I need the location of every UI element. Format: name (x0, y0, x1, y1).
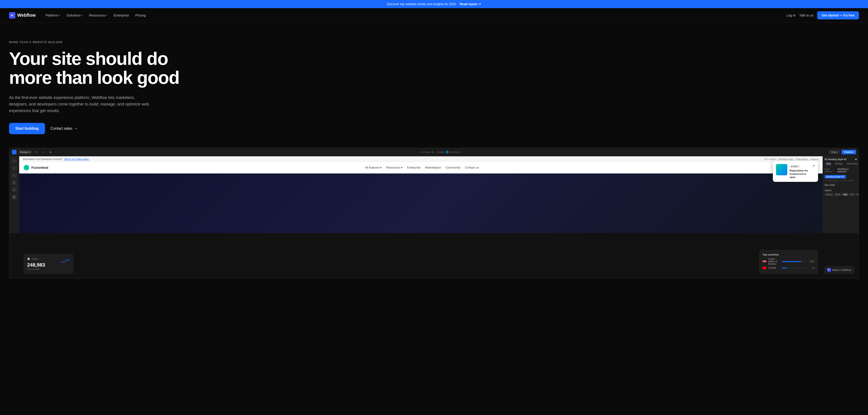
countries-card: Top countries United States of America 3… (759, 250, 818, 274)
flex-child-label: Flex Child (825, 184, 835, 186)
inner-nav-marketplace[interactable]: Marketplace (425, 166, 441, 169)
wf-toolbar-logo (12, 150, 17, 154)
country-bar-fill-ca (782, 267, 786, 268)
browser-sidebar: + □ ≡ ⊞ ◎ 🖼 (9, 156, 19, 233)
hero-content: Your site should do more than look good … (9, 49, 859, 134)
nav-talk[interactable]: Talk to us (799, 13, 813, 17)
sidebar-icon-add[interactable]: + (11, 158, 17, 164)
browser-inner: + □ ≡ ⊞ ◎ 🖼 Interested in an Enterprise … (9, 156, 859, 233)
country-bar-track-us (782, 261, 806, 262)
flex-child-expand-icon[interactable]: › (856, 184, 857, 186)
wf-pages-btn[interactable]: ⊞ (34, 149, 39, 155)
globe-icon: ⊕ (421, 151, 423, 154)
browser-mockup: Design ▾ ⊞ ≡ ▶ ⊕ Home ⚙ English 🌐 Deskto… (9, 148, 859, 279)
flex-btn[interactable]: Flex (842, 193, 848, 196)
inner-announcement-link[interactable]: Talk to our Sales team. (64, 158, 89, 160)
design-mode-dropdown[interactable]: Design ▾ (18, 150, 32, 154)
countries-title: Top countries (763, 253, 815, 256)
wf-toolbar-center: ⊕ Home ⚙ English 🌐 Desktop ▾ (421, 151, 461, 154)
wf-publish-button[interactable]: Publish (842, 150, 856, 154)
wf-share-button[interactable]: Share (829, 150, 840, 154)
panel-tabs: Style Settings Interactions (825, 162, 857, 166)
webflow-logo-icon (9, 12, 16, 19)
browser-canvas: Interested in an Enterprise License? Tal… (19, 156, 823, 233)
inner-nav-community[interactable]: Community (445, 166, 460, 169)
layout-section: Layout › Display Block Flex Grid None (825, 189, 857, 196)
flex-child-section: Flex Child › (825, 184, 857, 187)
tab-settings[interactable]: Settings (833, 162, 844, 166)
inner-nav-resources[interactable]: Resources ▾ (386, 166, 403, 169)
hero-start-button[interactable]: Start building (9, 123, 45, 134)
event-thumbnail (776, 164, 787, 175)
none-btn[interactable]: None (856, 193, 859, 196)
analytics-chart (61, 257, 70, 264)
sidebar-icon-image[interactable]: 🖼 (11, 194, 17, 200)
inner-top-links: Tech specs Desktop app Changelog Support (764, 158, 819, 160)
panel-note: 1 on this page, 1 on other pages. (825, 180, 857, 182)
hero-title: Your site should do more than look good (9, 49, 179, 87)
nav-items: Platform ▾ Solutions ▾ Resources ▾ Enter… (43, 11, 149, 19)
made-in-wf-text: Made in Webflow (832, 268, 851, 271)
nav-item-solutions[interactable]: Solutions ▾ (64, 11, 86, 19)
wf-viewport-selector[interactable]: English 🌐 Desktop ▾ (437, 151, 461, 154)
nav-item-pricing[interactable]: Pricing (133, 11, 149, 19)
globe-icon: 🌐 (446, 151, 449, 154)
flex-child-row: Flex Child › (825, 184, 857, 187)
country-bar-fill-us (782, 261, 801, 262)
hero-description: As the first-ever website experience pla… (9, 94, 149, 114)
nav-cta-button[interactable]: Get started — it's free (817, 11, 859, 20)
chevron-down-icon: ▾ (401, 166, 403, 169)
inner-site-wrapper: Interested in an Enterprise License? Tal… (19, 156, 823, 173)
sidebar-icon-page[interactable]: □ (11, 165, 17, 171)
wf-layers-btn[interactable]: ≡ (41, 149, 46, 155)
hero-eyebrow: MORE THAN A WEBSITE BUILDER (9, 41, 859, 44)
nav-right: Log in Talk to us Get started — it's fre… (786, 11, 859, 20)
nav-login[interactable]: Log in (786, 13, 796, 17)
event-link-icon[interactable]: ↗ (812, 164, 815, 168)
nav-logo-text: Webflow (17, 13, 36, 18)
announcement-bar: Discover top website trends and insights… (0, 0, 868, 8)
wf-play-btn[interactable]: ▶ (48, 149, 54, 155)
right-panel: H1 Heading Style H1 ⚙ Style Settings Int… (823, 156, 859, 233)
nav-left: Webflow Platform ▾ Solutions ▾ Resources… (9, 11, 148, 19)
nav-item-platform[interactable]: Platform ▾ (43, 11, 63, 19)
layout-row-header: Layout › (825, 189, 857, 192)
grid-btn[interactable]: Grid (849, 193, 855, 196)
tab-style[interactable]: Style (825, 162, 832, 166)
chevron-down-icon: ▾ (106, 14, 107, 17)
country-bar-track-ca (782, 267, 806, 268)
arrow-icon: → (74, 126, 78, 131)
nav-item-resources[interactable]: Resources ▾ (86, 11, 110, 19)
analytics-card: 🏠 Home 248,983 19% of visits (24, 254, 73, 274)
style-selector-row: Style selector Inheriting 2 selectors (825, 167, 857, 173)
made-in-webflow-badge: Made in Webflow (825, 266, 854, 274)
sidebar-icon-layers[interactable]: ≡ (11, 172, 17, 178)
chevron-down-icon: ▾ (81, 14, 83, 17)
settings-icon: ⚙ (432, 151, 434, 154)
selector-pill[interactable]: Heading Style H1 (825, 175, 846, 179)
ca-flag (763, 266, 766, 269)
display-btn[interactable]: Display (825, 193, 834, 196)
announcement-cta[interactable]: Read report ↗ (460, 2, 481, 6)
nav-logo[interactable]: Webflow (9, 12, 36, 19)
hero-contact-link[interactable]: Contact sales → (51, 126, 78, 131)
inner-nav-all-features[interactable]: All features ▾ (365, 166, 382, 169)
country-row-ca: Canada 15 (763, 266, 815, 269)
hero-left: Your site should do more than look good … (9, 49, 179, 134)
inner-nav-contact[interactable]: Contact us (465, 166, 479, 169)
inner-nav-enterprise[interactable]: Enterprise (407, 166, 421, 169)
wf-toolbar: Design ▾ ⊞ ≡ ▶ ⊕ Home ⚙ English 🌐 Deskto… (9, 148, 859, 156)
layout-expand-icon[interactable]: › (856, 189, 857, 192)
block-btn[interactable]: Block (834, 193, 842, 196)
analytics-sub: 19% of visits (27, 268, 70, 270)
nav-item-enterprise[interactable]: Enterprise (111, 11, 131, 19)
chevron-down-icon: ▾ (29, 151, 30, 154)
sidebar-icon-components[interactable]: ⊞ (11, 180, 17, 185)
sidebar-icon-assets[interactable]: ◎ (11, 187, 17, 192)
panel-settings-icon[interactable]: ⚙ (855, 158, 857, 161)
home-icon: 🏠 (27, 257, 30, 260)
tab-interactions[interactable]: Interactions (845, 162, 859, 166)
inner-site-nav: Fusionbeat All features ▾ Resources ▾ (19, 162, 823, 173)
country-row-us: United States of America 3022 (763, 258, 815, 265)
chevron-down-icon: ▾ (380, 166, 382, 169)
